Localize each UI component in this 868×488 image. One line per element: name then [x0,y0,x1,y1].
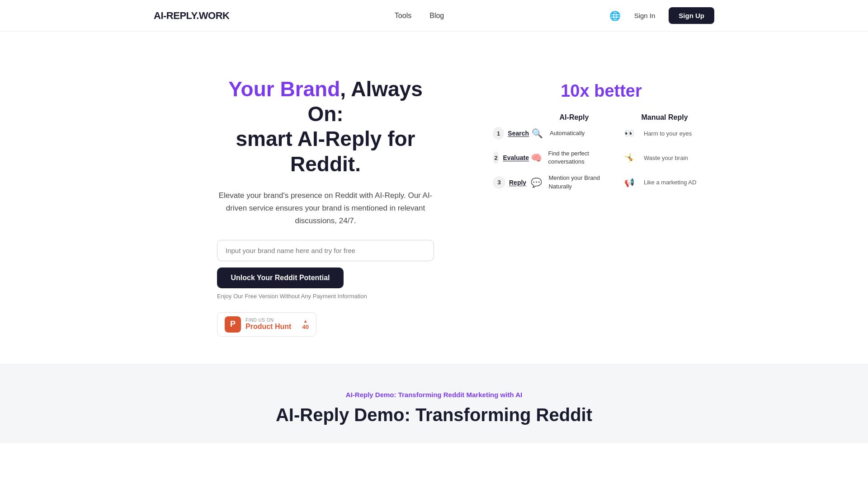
ten-x-title: 10x better [488,81,714,101]
globe-icon[interactable]: 🌐 [609,10,621,21]
hero-left: Your Brand, Always On: smart AI-Reply fo… [217,77,434,337]
ph-name: Product Hunt [245,323,291,331]
hero-right: 10x better AI-Reply Manual Reply 1 Searc… [488,77,714,199]
hero-title-brand: Your Brand [228,77,340,101]
comparison-row-evaluate: 2 Evaluate 🧠 Find the perfect conversati… [488,150,714,166]
chat-icon: 💬 [529,174,544,191]
manual-search-cell: 👀 Harm to your eyes [619,125,710,141]
step-3-circle: 3 [493,176,505,189]
nav-right: 🌐 Sign In Sign Up [609,7,714,24]
bottom-subtitle: AI-Reply Demo: Transforming Reddit Marke… [0,391,868,399]
ai-search-cell: 🔍 Automatically [529,125,619,141]
brain-icon: 🧠 [529,150,544,166]
comparison-header: AI-Reply Manual Reply [488,113,714,122]
ai-search-text: Automatically [550,129,585,137]
ph-votes: ▲ 40 [302,319,309,330]
brand-name-input[interactable] [217,240,434,261]
step-2-text: Evaluate [503,154,529,161]
bottom-section: AI-Reply Demo: Transforming Reddit Marke… [0,364,868,443]
sign-in-button[interactable]: Sign In [630,9,660,22]
comparison-row-search: 1 Search 🔍 Automatically 👀 Harm to your … [488,125,714,141]
hero-title: Your Brand, Always On: smart AI-Reply fo… [217,77,434,177]
manual-evaluate-text: Waste your brain [644,155,688,161]
site-logo: AI-REPLY.WORK [154,10,229,22]
nav-links: Tools Blog [395,12,444,20]
ai-evaluate-text: Find the perfect conversations [548,150,619,166]
megaphone-icon: 📢 [619,174,639,191]
unlock-button[interactable]: Unlock Your Reddit Potential [217,267,344,288]
step-2-label: 2 Evaluate [493,151,529,164]
product-hunt-badge[interactable]: P FIND US ON Product Hunt ▲ 40 [217,312,316,337]
acrobat-icon: 🤸 [619,150,639,166]
ai-reply-text: Mention your Brand Naturally [548,174,619,190]
step-1-text: Search [508,130,529,137]
step-2-circle: 2 [493,151,499,164]
product-hunt-text: FIND US ON Product Hunt [245,318,291,331]
manual-search-text: Harm to your eyes [644,130,692,137]
step-1-circle: 1 [493,127,504,140]
ai-reply-cell: 💬 Mention your Brand Naturally [529,174,619,190]
hero-description: Elevate your brand's presence on Reddit … [217,189,434,227]
nav-tools-link[interactable]: Tools [395,12,411,20]
navbar: AI-REPLY.WORK Tools Blog 🌐 Sign In Sign … [0,0,868,32]
free-note: Enjoy Our Free Version Without Any Payme… [217,293,434,300]
ai-evaluate-cell: 🧠 Find the perfect conversations [529,150,619,166]
nav-blog-link[interactable]: Blog [429,12,444,20]
eyes-icon: 👀 [619,125,639,141]
ph-triangle-icon: ▲ [303,319,308,324]
bottom-title: AI-Reply Demo: Transforming Reddit [0,405,868,425]
step-1-label: 1 Search [493,127,529,140]
col-header-ai: AI-Reply [529,113,619,122]
manual-reply-cell: 📢 Like a marketing AD [619,174,710,191]
manual-reply-text: Like a marketing AD [644,179,696,186]
ph-vote-count: 40 [302,324,309,330]
manual-evaluate-cell: 🤸 Waste your brain [619,150,710,166]
col-header-empty [493,113,529,122]
col-header-manual: Manual Reply [619,113,710,122]
ph-find-us: FIND US ON [245,318,291,323]
product-hunt-icon: P [225,316,241,333]
hero-section: Your Brand, Always On: smart AI-Reply fo… [0,32,868,364]
comparison-table: AI-Reply Manual Reply 1 Search 🔍 Automat… [488,113,714,191]
step-3-label: 3 Reply [493,176,529,189]
hero-title-rest2: smart AI-Reply for Reddit. [236,127,415,175]
step-3-text: Reply [509,179,526,186]
sign-up-button[interactable]: Sign Up [669,7,714,24]
comparison-row-reply: 3 Reply 💬 Mention your Brand Naturally 📢… [488,174,714,190]
search-icon: 🔍 [529,125,545,141]
